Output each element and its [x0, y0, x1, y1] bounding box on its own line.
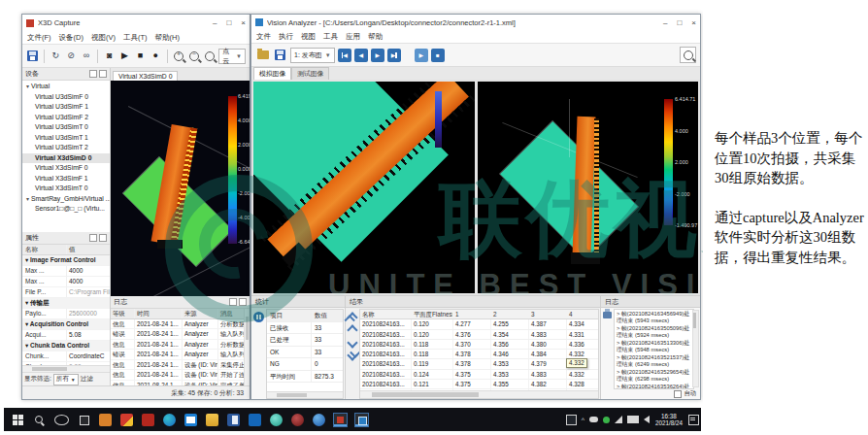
image-tab[interactable]: 测试图像: [291, 67, 329, 80]
stop-button[interactable]: ■: [431, 49, 445, 62]
menu-item[interactable]: 视图: [301, 32, 316, 42]
tree-item[interactable]: Virtual U3dSimT 1: [22, 133, 110, 144]
refresh-button[interactable]: ↻: [50, 49, 62, 63]
view-tab[interactable]: Virtual X3dSimD 0: [113, 71, 178, 81]
tree-item[interactable]: Virtual U3dSimF 2: [22, 113, 110, 123]
cortana-icon[interactable]: [54, 415, 69, 425]
tree-item[interactable]: Virtual X3dSimF 1: [22, 174, 110, 184]
horizontal-scrollbar[interactable]: [22, 365, 110, 372]
app-teal-icon[interactable]: [270, 414, 283, 426]
props-group-row[interactable]: ▾ Image Format Control: [22, 255, 110, 266]
next-frame-button[interactable]: ▶: [371, 49, 384, 62]
minimize-button[interactable]: –: [213, 18, 217, 27]
play-button[interactable]: ▶: [415, 49, 428, 62]
zoom-reset-button[interactable]: [203, 49, 216, 63]
props-group-row[interactable]: ▾ 传输层: [22, 298, 110, 309]
tree-item[interactable]: ▾SmartRay_GmbH/Virtual ...: [22, 194, 110, 205]
chevron-up-icon[interactable]: ^: [582, 417, 584, 423]
capture-titlebar[interactable]: X3D Capture – □ ×: [22, 15, 250, 31]
horizontal-scrollbar[interactable]: [267, 391, 343, 398]
panel-float-icon[interactable]: [229, 298, 237, 306]
start-icon[interactable]: [12, 414, 24, 426]
prev-frame-button[interactable]: ◀: [354, 49, 368, 62]
props-group-row[interactable]: ▾ Acquisition Control: [22, 319, 110, 330]
scroll-bottom-button[interactable]: [347, 350, 357, 360]
panel-close-icon[interactable]: [239, 298, 247, 306]
taskbar-clock[interactable]: 16:38 2021/8/24: [655, 413, 683, 427]
view-mode-dropdown[interactable]: 点云 ▼: [218, 49, 246, 64]
log-row[interactable]: 错误2021-08-24 1...Analyzer输入队列满了: [111, 350, 250, 360]
column-header[interactable]: 2: [491, 310, 529, 318]
log-row[interactable]: 信息2021-08-24 1...设备 (ID: Virt...开始了连续采集: [111, 370, 250, 381]
menu-item[interactable]: 设备(D): [59, 33, 83, 43]
log-row[interactable]: 错误2021-08-24 1...Analyzer输入队列满了: [111, 329, 250, 340]
column-header[interactable]: 值: [66, 245, 110, 254]
column-header[interactable]: 名称: [360, 310, 412, 318]
panel-close-icon[interactable]: [99, 234, 107, 242]
scroll-up-button[interactable]: [347, 324, 357, 335]
close-button[interactable]: ×: [241, 18, 246, 27]
tree-item[interactable]: Virtual U3dSimT 0: [22, 122, 110, 133]
disconnect-button[interactable]: ⊘: [65, 49, 78, 63]
print-log-icon[interactable]: [603, 312, 612, 318]
results-row[interactable]: 20210824163...0.1244.3754.3534.3834.3324…: [360, 370, 598, 380]
column-header[interactable]: 名称: [22, 245, 66, 254]
menu-item[interactable]: 工具: [323, 32, 338, 42]
app-orange-icon[interactable]: [99, 414, 112, 426]
app-blue-icon[interactable]: [249, 414, 261, 426]
log-row[interactable]: 信息2021-08-24 1...Analyzer分析数据成功: [111, 340, 250, 351]
stats-row[interactable]: 已接收33: [267, 322, 343, 335]
zoom-out-button[interactable]: −: [187, 49, 200, 63]
battery-icon[interactable]: [627, 416, 639, 423]
results-row[interactable]: 20210824163...0.1184.3784.3464.3844.3324…: [360, 350, 598, 359]
analyzer-titlebar[interactable]: Vision Analyzer - [C:/Users/Longan/Deskt…: [251, 15, 700, 30]
maximize-button[interactable]: □: [226, 18, 231, 27]
menu-item[interactable]: 执行: [279, 32, 293, 42]
menu-item[interactable]: 文件: [256, 32, 271, 42]
panel-close-icon[interactable]: [99, 70, 107, 78]
tree-item[interactable]: Virtual U3dSimF 0: [22, 92, 110, 103]
results-row[interactable]: 20210824163...0.1184.3704.3564.3804.3364…: [360, 340, 598, 350]
log-row[interactable]: 信息2021-08-24 1...设备 (ID: Virt...采集停止了: [111, 360, 250, 371]
active-app-analyzer-icon[interactable]: [355, 414, 368, 426]
tree-item[interactable]: Virtual U3dSimT 2: [22, 143, 110, 153]
stop-button[interactable]: ■: [134, 49, 147, 63]
capture-3d-view[interactable]: 6.4194.0002.0000.000-2.000-4.000-6.648: [111, 81, 250, 296]
tree-item[interactable]: Virtual X3dSimF 0: [22, 163, 110, 174]
expander-icon[interactable]: ▾: [26, 84, 29, 89]
stats-row[interactable]: NG0: [267, 358, 343, 371]
log-row[interactable]: 信息2021-08-24 1...设备 (ID: Virt...完成了单次采集: [111, 381, 250, 386]
props-row[interactable]: File P...C:\Program Fil...: [22, 287, 110, 298]
menu-item[interactable]: 帮助(H): [155, 33, 180, 43]
props-row[interactable]: Acqui...5.08: [22, 330, 110, 341]
active-app-capture-icon[interactable]: [334, 414, 347, 426]
app-mail-icon[interactable]: [184, 414, 197, 426]
zoom-in-button[interactable]: +: [173, 49, 185, 63]
menu-item[interactable]: 帮助: [368, 32, 383, 42]
preview-button[interactable]: [680, 47, 696, 63]
column-header[interactable]: 数值: [312, 310, 343, 321]
column-header[interactable]: 3: [529, 310, 567, 318]
log-row[interactable]: 信息2021-08-24 1...Analyzer分析数据成功: [111, 319, 250, 330]
panel-float-icon[interactable]: [89, 234, 97, 242]
app-filezilla-icon[interactable]: [142, 414, 154, 426]
view-select-dropdown[interactable]: 1: 发布图 ▼: [290, 48, 335, 63]
column-header[interactable]: 项目: [267, 310, 312, 321]
scroll-top-button[interactable]: [347, 312, 357, 322]
menu-item[interactable]: 应用: [346, 32, 360, 42]
expander-icon[interactable]: ▾: [26, 196, 29, 202]
network-icon[interactable]: [615, 416, 622, 423]
tree-item[interactable]: Virtual U3dSimF 1: [22, 102, 110, 113]
connect-button[interactable]: ∞: [80, 49, 92, 63]
video-button[interactable]: ▶: [118, 49, 131, 63]
task-view-icon[interactable]: [78, 414, 90, 426]
filter-button[interactable]: 过滤: [81, 375, 93, 384]
app-dark-red-icon[interactable]: [291, 414, 304, 426]
last-frame-button[interactable]: ▶: [387, 49, 401, 62]
stats-row[interactable]: 已处理33: [267, 334, 343, 347]
cloud-icon[interactable]: [589, 417, 598, 422]
green-dot-icon[interactable]: [603, 417, 610, 423]
column-header[interactable]: 等级: [111, 309, 135, 318]
vertical-scrollbar[interactable]: [244, 309, 250, 385]
image-tab[interactable]: 模拟图像: [253, 67, 291, 80]
